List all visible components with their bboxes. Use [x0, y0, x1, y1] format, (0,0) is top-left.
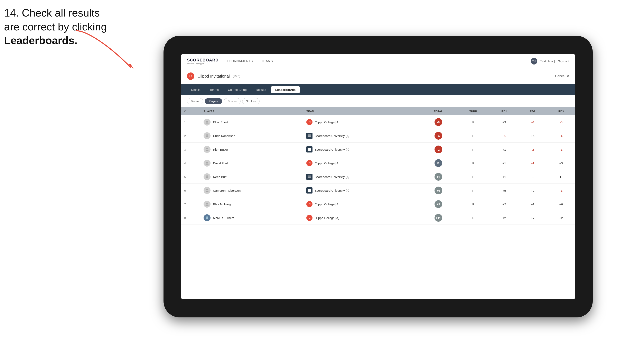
cell-thru: F	[456, 184, 490, 197]
svg-rect-8	[308, 149, 311, 150]
svg-marker-0	[129, 64, 134, 69]
instruction-line1: 14. Check all results	[4, 7, 100, 19]
cell-rd2: +5	[518, 129, 547, 143]
cell-rd1: +2	[490, 197, 518, 211]
cell-rd3: +2	[547, 211, 575, 225]
cell-thru: F	[456, 211, 490, 225]
cell-team: Scoreboard University [A]	[303, 184, 420, 197]
instruction-line2: are correct by clicking	[4, 21, 107, 33]
cell-rd3: -4	[547, 129, 575, 143]
col-thru: THRU	[456, 107, 490, 115]
table-row: 7Blair McHargCClippd College [A]+9F+2+1+…	[181, 197, 575, 211]
cell-total: +6	[420, 184, 456, 197]
filter-bar: Teams Players Scores Strokes	[181, 95, 575, 107]
cell-player: Rich Butler	[200, 143, 303, 156]
col-total: TOTAL	[420, 107, 456, 115]
filter-strokes[interactable]: Strokes	[242, 98, 260, 104]
cell-player: David Ford	[200, 156, 303, 170]
cell-team: Scoreboard University [A]	[303, 170, 420, 184]
cell-total: -4	[420, 129, 456, 143]
cell-rd2: E	[518, 170, 547, 184]
cancel-button[interactable]: Cancel ✕	[555, 74, 569, 78]
tab-course-setup[interactable]: Course Setup	[224, 86, 251, 93]
cell-pos: 6	[181, 184, 200, 197]
col-rd2: RD2	[518, 107, 547, 115]
svg-point-2	[206, 134, 208, 136]
svg-point-19	[206, 203, 208, 204]
filter-scores[interactable]: Scores	[224, 98, 240, 104]
col-rd1: RD1	[490, 107, 518, 115]
cell-thru: F	[456, 143, 490, 156]
leaderboard-table-container: # PLAYER TEAM TOTAL THRU RD1 RD2 RD3 1El…	[181, 107, 575, 299]
cell-rd3: +3	[547, 156, 575, 170]
svg-point-11	[206, 175, 208, 177]
cell-rd3: +6	[547, 197, 575, 211]
nav-teams[interactable]: TEAMS	[261, 59, 273, 63]
logo-text: SCOREBOARD	[187, 58, 218, 62]
tab-teams[interactable]: Teams	[206, 86, 223, 93]
tablet-screen: SCOREBOARD Powered by clippd TOURNAMENTS…	[181, 54, 575, 299]
cell-total: +11	[420, 211, 456, 225]
cancel-icon: ✕	[566, 74, 569, 78]
cell-pos: 7	[181, 197, 200, 211]
cell-rd1: +1	[490, 143, 518, 156]
nav-tournaments[interactable]: TOURNAMENTS	[227, 59, 253, 63]
cancel-label: Cancel	[555, 74, 565, 78]
cell-team: CClippd College [A]	[303, 211, 420, 225]
tab-results[interactable]: Results	[252, 86, 270, 93]
instruction-line3: Leaderboards.	[4, 34, 77, 46]
cell-rd3: -5	[547, 115, 575, 129]
cell-player: Elliot Ebert	[200, 115, 303, 129]
sign-out-link[interactable]: Sign out	[558, 59, 569, 63]
cell-team: CClippd College [A]	[303, 115, 420, 129]
logo-area: SCOREBOARD Powered by clippd	[187, 58, 218, 65]
user-label: Test User |	[540, 59, 555, 63]
tab-leaderboards[interactable]: Leaderboards	[271, 86, 300, 93]
cell-pos: 4	[181, 156, 200, 170]
logo-sub: Powered by clippd	[187, 62, 218, 65]
svg-point-6	[206, 148, 208, 150]
cell-player: Blair McHarg	[200, 197, 303, 211]
top-nav: SCOREBOARD Powered by clippd TOURNAMENTS…	[181, 54, 575, 68]
svg-rect-3	[308, 135, 311, 135]
filter-teams[interactable]: Teams	[187, 98, 203, 104]
svg-rect-17	[308, 190, 311, 191]
col-rd3: RD3	[547, 107, 575, 115]
cell-thru: F	[456, 115, 490, 129]
col-pos: #	[181, 107, 200, 115]
leaderboard-table: # PLAYER TEAM TOTAL THRU RD1 RD2 RD3 1El…	[181, 107, 575, 225]
svg-rect-4	[308, 136, 311, 136]
svg-point-1	[206, 121, 208, 122]
cell-pos: 2	[181, 129, 200, 143]
cell-total: -8	[420, 115, 456, 129]
sub-nav: Details Teams Course Setup Results Leade…	[181, 84, 575, 95]
svg-rect-13	[308, 176, 311, 177]
cell-rd2: -6	[518, 115, 547, 129]
tablet-frame: SCOREBOARD Powered by clippd TOURNAMENTS…	[164, 36, 593, 318]
tournament-header: C Clippd Invitational (Men) Cancel ✕	[181, 68, 575, 84]
cell-team: CClippd College [A]	[303, 197, 420, 211]
cell-rd3: -1	[547, 184, 575, 197]
cell-player: Chris Robertson	[200, 129, 303, 143]
table-row: 4David FordCClippd College [A]EF+1-4+3	[181, 156, 575, 170]
cell-total: E	[420, 156, 456, 170]
cell-thru: F	[456, 156, 490, 170]
svg-rect-12	[308, 175, 311, 176]
svg-point-10	[206, 162, 208, 163]
cell-player: Rees Britt	[200, 170, 303, 184]
cell-rd1: +3	[490, 115, 518, 129]
cell-rd3: E	[547, 170, 575, 184]
tournament-name: Clippd Invitational	[198, 74, 230, 79]
svg-point-15	[206, 189, 208, 190]
table-body: 1Elliot EbertCClippd College [A]-8F+3-6-…	[181, 115, 575, 225]
col-player: PLAYER	[200, 107, 303, 115]
nav-links: TOURNAMENTS TEAMS	[227, 59, 530, 63]
svg-rect-14	[308, 177, 311, 178]
filter-players[interactable]: Players	[205, 98, 222, 104]
table-row: 3Rich ButlerScoreboard University [A]-2F…	[181, 143, 575, 156]
cell-team: CClippd College [A]	[303, 156, 420, 170]
cell-rd2: -4	[518, 156, 547, 170]
cell-thru: F	[456, 197, 490, 211]
tab-details[interactable]: Details	[187, 86, 204, 93]
table-row: 8Marcus TurnersCClippd College [A]+11F+2…	[181, 211, 575, 225]
